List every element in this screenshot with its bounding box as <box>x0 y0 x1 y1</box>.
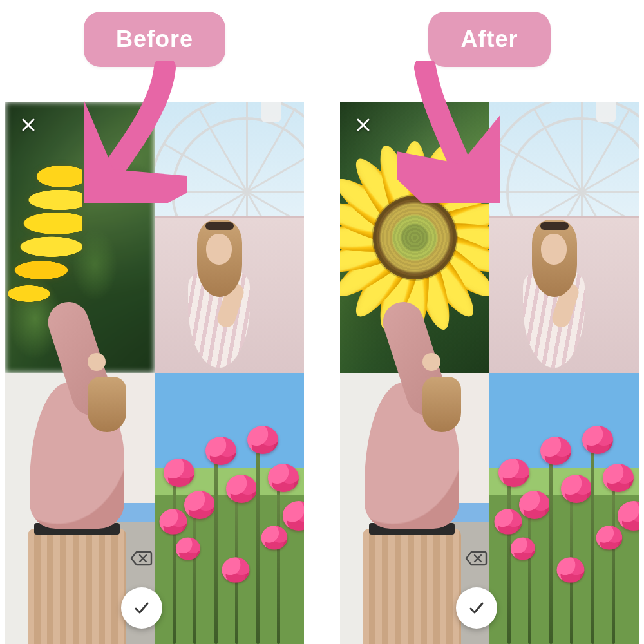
close-icon[interactable] <box>18 115 39 135</box>
grid-cell-ferris[interactable] <box>489 102 639 373</box>
flower-field <box>155 373 304 644</box>
label-after: After <box>428 12 550 67</box>
woman-pink-sweater <box>358 359 466 644</box>
action-buttons <box>121 542 162 629</box>
photo-grid-before <box>5 102 304 644</box>
photo-grid-after <box>340 102 639 644</box>
woman-pink-sweater <box>23 359 131 644</box>
flower-field <box>489 373 639 644</box>
close-icon[interactable] <box>353 115 374 135</box>
panel-after: After <box>340 0 639 644</box>
label-before: Before <box>84 12 225 67</box>
action-buttons <box>456 542 497 629</box>
grid-cell-sweater[interactable] <box>5 373 155 644</box>
delete-backspace-icon[interactable] <box>126 542 158 574</box>
grid-cell-flowers[interactable] <box>155 373 304 644</box>
confirm-check-icon[interactable] <box>121 587 162 629</box>
panel-before: Before <box>5 0 304 644</box>
confirm-check-icon[interactable] <box>456 587 497 629</box>
grid-cell-sweater[interactable] <box>340 373 489 644</box>
woman-sitting <box>175 200 252 361</box>
woman-sitting <box>510 200 587 361</box>
grid-cell-ferris[interactable] <box>155 102 304 373</box>
grid-cell-flowers[interactable] <box>489 373 639 644</box>
delete-backspace-icon[interactable] <box>460 542 493 574</box>
